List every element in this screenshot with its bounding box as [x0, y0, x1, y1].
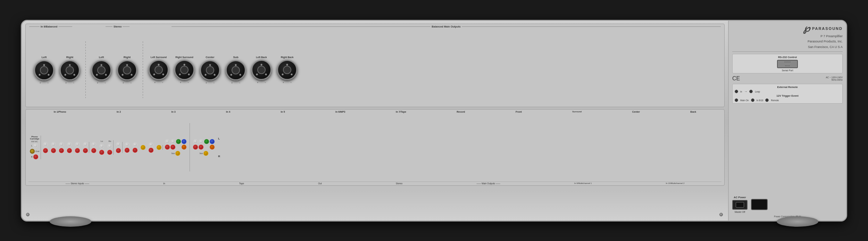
rca-main-back-l[interactable]: [149, 142, 153, 147]
ro-label: Ro: [109, 140, 111, 142]
remote-row: In → Loop: [735, 90, 840, 93]
rca-mc1-surr-r[interactable]: [170, 145, 175, 150]
rca-main-surround-l[interactable]: [133, 142, 137, 147]
xlr-connector-stereo-right[interactable]: [117, 60, 137, 80]
rca-main-center[interactable]: [141, 145, 145, 150]
xlr-connector-right-back[interactable]: [277, 60, 297, 80]
rca-mc1-surr-l[interactable]: [170, 139, 175, 144]
xlr-pin-3: [131, 74, 133, 76]
rca-main-front-r[interactable]: [125, 148, 130, 153]
iec-power-socket[interactable]: [751, 199, 768, 210]
xlr-connector-sub[interactable]: [226, 60, 246, 80]
jack-in910[interactable]: [751, 98, 754, 102]
xlr-pin-3: [239, 74, 241, 76]
rca-in6-l[interactable]: [75, 142, 80, 147]
stereo-label: Stereo: [114, 25, 122, 28]
rca-record-l[interactable]: [91, 142, 96, 147]
rca-mc1-back-l[interactable]: [182, 139, 186, 144]
jack-loop[interactable]: [749, 90, 753, 93]
xlr-pin-1: [209, 64, 211, 66]
serial-port-label: Serial Port: [735, 69, 840, 72]
rca-main-sub[interactable]: [157, 145, 161, 150]
rca-in3-l[interactable]: [51, 142, 56, 147]
rca-mc2-front-r[interactable]: [193, 145, 198, 150]
rs232-section: RS-232 Control Serial Port: [732, 54, 843, 73]
rca-mc2-center[interactable]: [204, 139, 209, 144]
ext-remote-label: External Remote: [735, 86, 840, 89]
xlr-center: Center +−: [198, 56, 222, 84]
power-toggle-switch[interactable]: [732, 200, 748, 210]
xlr-connector-right-surround[interactable]: [174, 60, 194, 80]
gnd-screw[interactable]: [30, 149, 35, 154]
rca-main-back-r[interactable]: [149, 148, 153, 153]
rca-in5-l[interactable]: [67, 142, 72, 147]
rca-tape-out-l[interactable]: [107, 144, 112, 148]
divider-1: [85, 41, 86, 98]
rca-mc2-back-l[interactable]: [210, 139, 215, 144]
xlr-connector-right[interactable]: [60, 60, 80, 80]
device-body: In 8/Balanced Stereo Balanced Main Outpu…: [21, 20, 847, 222]
jack-main-on[interactable]: [735, 98, 738, 102]
rca-in2-r[interactable]: [43, 148, 48, 153]
panel-main: In 8/Balanced Stereo Balanced Main Outpu…: [22, 21, 728, 220]
sub-mc1-label: Sub: [171, 152, 175, 154]
rca-stereo-out-l[interactable]: [116, 142, 121, 147]
rca-in4-l[interactable]: [59, 142, 64, 147]
xlr-pin-2: [96, 74, 98, 76]
jack-in[interactable]: [735, 90, 738, 93]
rca-stereo-out-r[interactable]: [116, 148, 121, 153]
xlr-connector-left[interactable]: [34, 60, 54, 80]
rca-in5-r[interactable]: [67, 148, 72, 153]
brand-icon: ℘: [803, 24, 810, 33]
rca-mc2-surr-l[interactable]: [199, 139, 203, 144]
location-text: San Francisco, CA U S A: [808, 45, 843, 50]
xlr-pin-1: [100, 64, 102, 66]
panel-right: ℘ PARASOUND P 7 Preamplifier Parasound P…: [728, 21, 846, 220]
jack-remote[interactable]: [765, 98, 769, 102]
main-outputs-bracket: —— Main Outputs ——: [476, 182, 500, 185]
phono-cartridge-label: PhonoCartridge: [30, 136, 39, 140]
rca-tape-out-r[interactable]: [107, 150, 112, 155]
rca-in6-r[interactable]: [75, 148, 80, 153]
rca-mc1-front-r[interactable]: [165, 145, 170, 150]
rca-in3-r[interactable]: [51, 148, 56, 153]
jack-in-label: In: [740, 90, 742, 93]
xlr-connector-center[interactable]: [200, 60, 220, 80]
db9-port[interactable]: [777, 60, 798, 68]
rca-mc2-back-r[interactable]: [210, 145, 215, 150]
xlr-connector-left-back[interactable]: [251, 60, 272, 80]
xlr-pin-3: [105, 74, 107, 76]
sub-mc2-label: Sub: [199, 152, 203, 154]
xlr-polarity: +−: [40, 82, 49, 84]
brand-logo: ℘ PARASOUND: [803, 24, 843, 33]
rca-mc1-back-r[interactable]: [182, 145, 186, 150]
rca-mc2-sub[interactable]: [203, 151, 208, 156]
xlr-pin-2: [64, 74, 66, 76]
rca-main-surround-r[interactable]: [133, 148, 137, 153]
xlr-connector-left-surround[interactable]: [149, 60, 169, 80]
xlr-pin-1: [158, 64, 160, 66]
foot-right: [777, 216, 818, 227]
xlr-connector-stereo-left[interactable]: [91, 60, 111, 80]
in5-label: In 5: [281, 111, 285, 113]
record-label: Record: [457, 111, 465, 113]
manufacturer-name: Parasound Products, Inc.: [808, 39, 843, 44]
rca-phono-l[interactable]: [33, 143, 38, 148]
rca-phono-r[interactable]: [33, 154, 38, 159]
rca-record-r[interactable]: [91, 148, 96, 153]
rca-in4-r[interactable]: [59, 148, 64, 153]
rca-tape-in-l[interactable]: [99, 144, 104, 148]
rca-mc1-front-l[interactable]: [165, 139, 170, 144]
xlr-pin-2: [205, 74, 207, 76]
rca-mc2-front-l[interactable]: [193, 139, 198, 144]
rca-in2-l[interactable]: [43, 142, 48, 147]
xlr-pin-2: [256, 73, 258, 75]
rca-mc2-surr-r[interactable]: [199, 145, 203, 150]
rca-in7-r[interactable]: [83, 148, 88, 153]
rca-mc1-sub[interactable]: [175, 151, 180, 156]
rca-mc1-center[interactable]: [176, 139, 181, 144]
rca-in7-l[interactable]: [83, 142, 88, 147]
xlr-pin-2: [122, 74, 124, 76]
rca-main-front-l[interactable]: [125, 142, 130, 147]
rca-tape-in-r[interactable]: [99, 150, 104, 155]
